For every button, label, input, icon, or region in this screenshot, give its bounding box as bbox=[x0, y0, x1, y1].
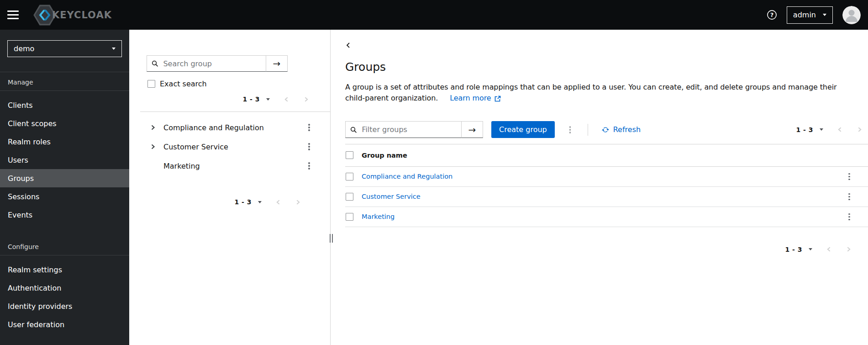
pagination-prev-icon[interactable] bbox=[275, 199, 281, 205]
tree-item-customer-service[interactable]: Customer Service bbox=[129, 137, 330, 156]
group-link-compliance-and-regulation[interactable]: Compliance and Regulation bbox=[362, 173, 452, 180]
refresh-icon bbox=[602, 126, 609, 133]
user-menu-dropdown[interactable]: admin bbox=[787, 6, 833, 24]
kebab-menu-icon[interactable] bbox=[305, 142, 313, 152]
toolbar-kebab-menu-icon[interactable] bbox=[567, 125, 574, 135]
select-all-checkbox[interactable] bbox=[346, 151, 353, 159]
pagination-next-icon[interactable] bbox=[295, 199, 301, 205]
description-line-2: child-parent organization. bbox=[345, 94, 438, 102]
pagination-next-icon[interactable] bbox=[846, 246, 852, 252]
sidebar-item-user-federation[interactable]: User federation bbox=[0, 315, 129, 334]
help-icon[interactable]: ? bbox=[767, 10, 777, 20]
group-link-customer-service[interactable]: Customer Service bbox=[362, 193, 421, 200]
row-checkbox[interactable] bbox=[346, 193, 353, 201]
group-link-marketing[interactable]: Marketing bbox=[362, 213, 395, 220]
group-search-input[interactable] bbox=[162, 59, 261, 69]
nav-toggle-hamburger-icon[interactable] bbox=[7, 11, 19, 19]
sidebar-item-identity-providers[interactable]: Identity providers bbox=[0, 297, 129, 315]
table-row: Customer Service bbox=[345, 187, 868, 207]
pagination-range: 1 - 3 bbox=[234, 198, 252, 206]
main-content: Groups A group is a set of attributes an… bbox=[334, 30, 868, 345]
pagination-range: 1 - 3 bbox=[242, 96, 260, 103]
pagination-caret-icon[interactable] bbox=[258, 201, 262, 203]
pagination-next-icon[interactable] bbox=[857, 127, 863, 133]
sidebar-item-realm-roles[interactable]: Realm roles bbox=[0, 133, 129, 151]
sidebar-item-client-scopes[interactable]: Client scopes bbox=[0, 114, 129, 133]
nav-section-manage: Manage bbox=[0, 72, 129, 91]
pagination-caret-icon[interactable] bbox=[809, 248, 812, 250]
tree-item-marketing[interactable]: Marketing bbox=[129, 156, 330, 175]
external-link-icon bbox=[494, 96, 501, 102]
search-icon bbox=[152, 60, 158, 67]
pagination-prev-icon[interactable] bbox=[284, 96, 289, 102]
keycloak-logo[interactable]: KEYCLOAK bbox=[33, 5, 112, 26]
sidebar-item-events[interactable]: Events bbox=[0, 206, 129, 224]
table-pagination-bottom: 1 - 3 bbox=[345, 244, 868, 255]
sidebar-item-groups[interactable]: Groups bbox=[0, 169, 129, 187]
exact-search-checkbox[interactable] bbox=[147, 80, 155, 88]
tree-divider bbox=[140, 111, 330, 112]
filter-groups-input[interactable] bbox=[361, 125, 457, 134]
create-group-button[interactable]: Create group bbox=[491, 121, 555, 138]
sidebar-item-clients[interactable]: Clients bbox=[0, 96, 129, 114]
exact-search-label: Exact search bbox=[160, 80, 207, 88]
row-kebab-menu-icon[interactable] bbox=[846, 192, 853, 202]
row-kebab-menu-icon[interactable] bbox=[846, 172, 853, 182]
tree-item-label: Customer Service bbox=[163, 143, 228, 151]
filter-submit-button[interactable]: → bbox=[461, 121, 483, 138]
page-description: A group is a set of attributes and role … bbox=[345, 82, 868, 104]
toolbar-divider bbox=[588, 124, 588, 136]
tree-item-label: Compliance and Regulation bbox=[163, 123, 264, 132]
row-kebab-menu-icon[interactable] bbox=[846, 212, 853, 222]
pagination-caret-icon[interactable] bbox=[820, 128, 823, 131]
page-title: Groups bbox=[345, 60, 868, 74]
table-header-row: Group name bbox=[345, 144, 868, 167]
sidebar-item-authentication[interactable]: Authentication bbox=[0, 279, 129, 297]
learn-more-label: Learn more bbox=[450, 93, 491, 104]
group-search-submit-button[interactable]: → bbox=[266, 55, 288, 72]
table-row: Marketing bbox=[345, 207, 868, 227]
pagination-range: 1 - 3 bbox=[796, 126, 813, 133]
brand-name: KEYCLOAK bbox=[52, 10, 112, 21]
pagination-next-icon[interactable] bbox=[303, 96, 309, 102]
realm-selector[interactable]: demo bbox=[7, 40, 122, 57]
groups-table: Group name Compliance and Regulation Cus… bbox=[345, 144, 868, 227]
tree-pagination-top: 1 - 3 bbox=[129, 94, 330, 105]
group-tree: Compliance and Regulation Customer Servi… bbox=[129, 118, 330, 175]
caret-down-icon bbox=[823, 14, 826, 16]
pagination-prev-icon[interactable] bbox=[826, 246, 832, 252]
row-checkbox[interactable] bbox=[346, 173, 353, 180]
group-search-field[interactable] bbox=[147, 55, 266, 72]
sidebar-item-realm-settings[interactable]: Realm settings bbox=[0, 260, 129, 279]
svg-text:?: ? bbox=[770, 11, 773, 18]
pagination-range: 1 - 3 bbox=[785, 246, 802, 253]
caret-down-icon bbox=[112, 48, 116, 50]
filter-groups-field[interactable] bbox=[345, 121, 461, 138]
description-line-1: A group is a set of attributes and role … bbox=[345, 83, 836, 91]
row-checkbox[interactable] bbox=[346, 213, 353, 221]
group-tree-panel: → Exact search 1 - 3 Compliance and Regu… bbox=[129, 30, 331, 345]
groups-toolbar: → Create group Refresh 1 - 3 bbox=[345, 121, 868, 138]
table-row: Compliance and Regulation bbox=[345, 167, 868, 187]
learn-more-link[interactable]: Learn more bbox=[450, 93, 500, 104]
nav-section-configure: Configure bbox=[0, 224, 129, 255]
refresh-label: Refresh bbox=[613, 125, 641, 134]
sidebar-item-sessions[interactable]: Sessions bbox=[0, 187, 129, 206]
pagination-caret-icon[interactable] bbox=[266, 98, 270, 101]
sidebar: demo Manage Clients Client scopes Realm … bbox=[0, 30, 129, 345]
tree-item-label: Marketing bbox=[163, 162, 200, 170]
pagination-prev-icon[interactable] bbox=[837, 127, 843, 133]
masthead: KEYCLOAK ? admin bbox=[0, 0, 868, 30]
kebab-menu-icon[interactable] bbox=[305, 122, 313, 133]
expand-chevron-icon[interactable] bbox=[150, 125, 157, 130]
panel-resize-handle[interactable] bbox=[330, 234, 333, 243]
expand-chevron-icon[interactable] bbox=[150, 144, 157, 149]
sidebar-item-users[interactable]: Users bbox=[0, 151, 129, 169]
search-icon bbox=[350, 126, 357, 133]
tree-item-compliance-and-regulation[interactable]: Compliance and Regulation bbox=[129, 118, 330, 137]
kebab-menu-icon[interactable] bbox=[305, 161, 313, 171]
refresh-button[interactable]: Refresh bbox=[602, 125, 641, 134]
collapse-panel-chevron-icon[interactable] bbox=[345, 42, 352, 48]
avatar[interactable] bbox=[842, 6, 861, 24]
table-pagination-top: 1 - 3 bbox=[796, 124, 863, 135]
